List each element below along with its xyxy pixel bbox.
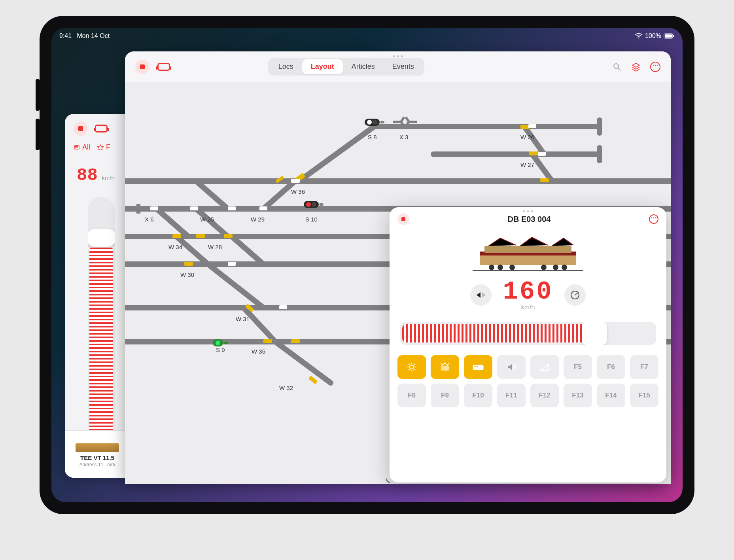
label-w30: W 30 <box>180 271 194 278</box>
svg-rect-45 <box>538 152 546 156</box>
label-s9: S 9 <box>216 346 225 353</box>
label-w25: W 25 <box>200 216 214 223</box>
wifi-icon <box>635 33 643 39</box>
svg-rect-46 <box>150 206 158 210</box>
direction-button[interactable] <box>470 284 492 306</box>
fn-sound[interactable] <box>497 355 526 379</box>
label-w35: W 35 <box>252 348 265 355</box>
tab-layout[interactable]: Layout <box>302 59 343 74</box>
tab-locs[interactable]: Locs <box>270 59 302 74</box>
ipad-frame: 9:41 Mon 14 Oct 100% All <box>40 16 694 514</box>
fn-f7[interactable]: F7 <box>630 355 658 379</box>
svg-rect-33 <box>540 178 549 182</box>
svg-rect-2 <box>665 34 672 38</box>
signal-s10[interactable] <box>302 200 325 209</box>
svg-line-77 <box>448 363 449 365</box>
signal-s9[interactable] <box>211 339 229 347</box>
svg-line-12 <box>524 127 544 154</box>
svg-rect-75 <box>441 366 449 371</box>
fn-f8[interactable]: F8 <box>397 384 426 407</box>
tab-events[interactable]: Events <box>384 59 423 74</box>
svg-point-59 <box>509 265 515 270</box>
tab-articles[interactable]: Articles <box>343 59 384 74</box>
fn-f10[interactable]: F10 <box>464 384 492 407</box>
fn-accel[interactable] <box>530 355 559 379</box>
svg-rect-48 <box>228 206 236 210</box>
fn-f9[interactable]: F9 <box>431 384 459 407</box>
search-icon[interactable] <box>612 62 622 72</box>
window-grip[interactable] <box>523 210 533 212</box>
svg-point-60 <box>541 265 547 270</box>
svg-line-20 <box>299 127 374 181</box>
fn-f14[interactable]: F14 <box>597 384 625 407</box>
svg-rect-32 <box>529 151 538 155</box>
svg-rect-81 <box>477 366 478 367</box>
fn-f12[interactable]: F12 <box>530 384 559 407</box>
stop-button[interactable] <box>135 60 149 74</box>
fn-light[interactable] <box>397 355 426 379</box>
throttle-slider[interactable] <box>400 322 656 345</box>
svg-rect-49 <box>259 206 267 210</box>
label-w26: W 26 <box>520 134 534 140</box>
svg-line-71 <box>409 364 410 365</box>
locomotive-image <box>473 234 583 274</box>
speed-readout-small: 88 km/h <box>77 165 124 185</box>
svg-rect-3 <box>673 35 674 37</box>
central-station-icon[interactable] <box>95 125 108 132</box>
svg-line-21 <box>157 209 188 236</box>
fn-f5[interactable]: F5 <box>564 355 592 379</box>
label-x3: X 3 <box>399 134 409 140</box>
svg-rect-56 <box>484 246 571 253</box>
svg-rect-5 <box>75 146 78 148</box>
throttle-thumb[interactable] <box>582 322 607 345</box>
speed-value-small: 88 <box>77 165 98 185</box>
loc-card[interactable]: TEE VT 11.5 Address 11 · mm <box>65 431 130 478</box>
svg-point-66 <box>410 365 414 369</box>
fn-f13[interactable]: F13 <box>564 384 592 407</box>
svg-line-27 <box>244 308 275 342</box>
svg-point-58 <box>498 265 503 270</box>
window-grip[interactable] <box>393 55 403 57</box>
function-grid: F5 F6 F7 F8 F9 F10 F11 F12 F13 F14 F15 <box>397 355 658 407</box>
fn-cab-light[interactable] <box>464 355 492 379</box>
svg-rect-50 <box>228 262 236 266</box>
svg-line-74 <box>414 364 415 365</box>
label-w29: W 29 <box>251 216 265 223</box>
throttle-thumb[interactable] <box>88 229 115 247</box>
tacho-button[interactable] <box>564 284 586 306</box>
fn-f15[interactable]: F15 <box>630 384 658 407</box>
filter-all[interactable]: All <box>74 143 90 151</box>
throttle-slider-vertical[interactable] <box>88 197 115 458</box>
loc-panel-title: DB E03 004 <box>508 215 551 224</box>
more-icon[interactable] <box>650 62 660 72</box>
label-w32: W 32 <box>279 384 293 391</box>
stop-button[interactable] <box>74 121 88 136</box>
svg-rect-44 <box>528 124 536 128</box>
status-time: 9:41 <box>59 32 72 39</box>
svg-rect-40 <box>291 339 300 343</box>
stop-button[interactable] <box>397 213 409 225</box>
fn-f11[interactable]: F11 <box>497 384 526 407</box>
fn-f6[interactable]: F6 <box>597 355 625 379</box>
svg-rect-37 <box>184 262 193 266</box>
label-s10: S 10 <box>305 216 318 223</box>
svg-line-28 <box>275 342 331 383</box>
svg-rect-80 <box>474 366 476 367</box>
speed-value: 160 <box>503 279 553 305</box>
layers-icon[interactable] <box>631 62 641 72</box>
ipad-screen: 9:41 Mon 14 Oct 100% All <box>51 28 683 502</box>
svg-rect-35 <box>196 234 205 238</box>
loc-control-panel: DB E03 004 160 km/h <box>390 207 666 482</box>
resize-handle[interactable] <box>385 475 393 483</box>
svg-line-76 <box>441 363 442 365</box>
central-station-icon[interactable] <box>157 63 170 71</box>
more-icon[interactable] <box>649 214 658 224</box>
svg-rect-34 <box>172 234 181 238</box>
svg-line-29 <box>263 181 295 209</box>
signal-s8[interactable] <box>363 118 386 127</box>
filter-favorites[interactable]: F <box>97 143 110 151</box>
fn-interior-light[interactable] <box>431 355 459 379</box>
svg-line-24 <box>232 236 263 264</box>
svg-line-26 <box>208 264 263 308</box>
label-w36: W 36 <box>291 188 305 195</box>
